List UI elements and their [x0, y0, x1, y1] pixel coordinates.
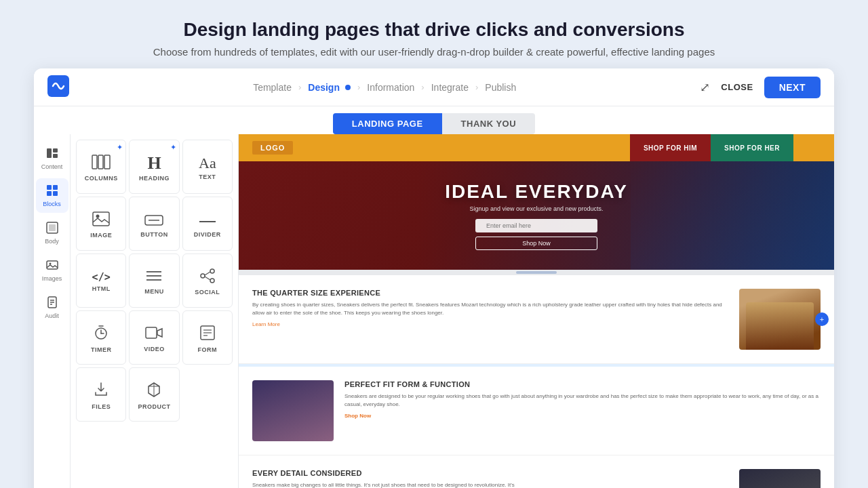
- block-timer[interactable]: TIMER: [76, 310, 126, 365]
- sidebar-body-label: Body: [45, 238, 59, 245]
- lp-hero-shop-btn[interactable]: Shop Now: [475, 237, 597, 250]
- block-social-label: SOCIAL: [195, 289, 220, 296]
- svg-rect-1: [47, 148, 52, 158]
- lp-section-1-title: THE QUARTER SIZE EXPERIENCE: [252, 289, 728, 297]
- builder-body: Content Blocks: [34, 134, 834, 488]
- svg-rect-5: [53, 185, 58, 190]
- block-image[interactable]: IMAGE: [76, 197, 126, 251]
- lp-section-1-text: THE QUARTER SIZE EXPERIENCE By creating …: [252, 289, 728, 327]
- lp-nav: LOGO SHOP FOR HIM SHOP FOR HER: [239, 134, 834, 161]
- next-button[interactable]: NEXT: [764, 77, 821, 98]
- svg-point-27: [210, 269, 214, 273]
- lp-section-1-body: By creating shoes in quarter sizes, Snea…: [252, 301, 728, 317]
- tab-thank-you[interactable]: THANK YOU: [442, 113, 536, 134]
- block-columns[interactable]: ✦ COLUMNS: [76, 140, 126, 194]
- sidebar: Content Blocks: [34, 134, 71, 488]
- image-icon: [92, 211, 110, 229]
- block-product-label: PRODUCT: [138, 403, 170, 410]
- block-heading-label: HEADING: [139, 175, 170, 182]
- lp-section-2-image: [252, 380, 334, 441]
- svg-rect-17: [98, 155, 103, 169]
- block-product[interactable]: PRODUCT: [129, 367, 179, 422]
- nav-step-template[interactable]: Template: [253, 82, 292, 93]
- page-title: Design landing pages that drive clicks a…: [14, 19, 854, 41]
- lp-section-2-link[interactable]: Shop Now: [344, 413, 821, 419]
- text-icon: Aa: [199, 156, 216, 171]
- heading-icon: H: [147, 155, 161, 172]
- brand-logo[interactable]: [47, 75, 85, 100]
- close-button[interactable]: CLOSE: [721, 82, 753, 92]
- nav-step-template-label: Template: [253, 82, 292, 93]
- content-icon: [45, 146, 59, 162]
- block-social[interactable]: SOCIAL: [182, 253, 233, 308]
- blocks-grid: ✦ COLUMNS ✦ H: [76, 140, 233, 422]
- lp-section-1: THE QUARTER SIZE EXPERIENCE By creating …: [239, 275, 834, 364]
- builder-nav: Template › Design › Information › Integr…: [34, 68, 834, 106]
- button-icon: [144, 212, 163, 228]
- block-video[interactable]: VIDEO: [129, 310, 179, 365]
- block-heading[interactable]: ✦ H HEADING: [129, 140, 179, 194]
- files-icon: [93, 382, 109, 401]
- block-button[interactable]: BUTTON: [129, 197, 179, 251]
- sidebar-item-blocks[interactable]: Blocks: [36, 178, 68, 213]
- block-text[interactable]: Aa TEXT: [182, 140, 233, 194]
- block-add-icon: ✦: [117, 143, 123, 152]
- nav-step-publish[interactable]: Publish: [485, 82, 516, 93]
- lp-section-3-body: Sneakers make big changes to all little …: [252, 481, 728, 488]
- expand-icon[interactable]: ⤢: [700, 80, 710, 95]
- lp-section-1-edit[interactable]: +: [815, 312, 829, 326]
- block-files[interactable]: FILES: [76, 367, 126, 422]
- html-icon: </>: [92, 272, 111, 283]
- social-icon: [199, 268, 216, 286]
- block-form[interactable]: FORM: [182, 310, 233, 365]
- lp-hero: IDEAL EVERYDAY Signup and view our exclu…: [239, 161, 834, 270]
- sidebar-audit-label: Audit: [45, 312, 59, 319]
- svg-line-31: [205, 277, 210, 280]
- body-icon: [45, 221, 59, 237]
- menu-icon: [145, 269, 163, 285]
- svg-point-28: [201, 274, 205, 278]
- block-video-label: VIDEO: [144, 346, 165, 352]
- svg-rect-19: [93, 212, 109, 226]
- sidebar-item-content[interactable]: Content: [36, 141, 68, 176]
- nav-step-information[interactable]: Information: [367, 82, 414, 93]
- svg-rect-36: [146, 327, 157, 338]
- block-menu[interactable]: MENU: [129, 253, 179, 308]
- nav-step-integrate[interactable]: Integrate: [431, 82, 469, 93]
- tab-row: LANDING PAGE THANK YOU: [34, 106, 834, 134]
- block-timer-label: TIMER: [91, 346, 112, 353]
- block-form-label: FORM: [198, 346, 218, 353]
- block-files-label: FILES: [92, 403, 111, 410]
- lp-hero-email-input[interactable]: [475, 219, 597, 232]
- nav-step-active-dot: [345, 85, 351, 90]
- svg-rect-3: [53, 154, 58, 158]
- nav-steps: Template › Design › Information › Integr…: [85, 82, 684, 93]
- lp-hero-title: IDEAL EVERYDAY: [445, 181, 628, 203]
- builder-card: Template › Design › Information › Integr…: [34, 68, 834, 488]
- sidebar-item-images[interactable]: Images: [36, 253, 68, 287]
- block-html[interactable]: </> HTML: [76, 253, 126, 308]
- nav-chevron-3: ›: [421, 82, 424, 92]
- form-icon: [199, 325, 216, 344]
- block-heading-add: ✦: [170, 143, 176, 152]
- lp-section-1-link[interactable]: Learn More: [252, 321, 728, 327]
- timer-icon: [93, 325, 109, 344]
- lp-logo: LOGO: [252, 141, 293, 155]
- lp-section-3: EVERY DETAIL CONSIDERED Sneakers make bi…: [239, 455, 834, 488]
- lp-nav-her[interactable]: SHOP FOR HER: [711, 134, 793, 161]
- svg-rect-2: [53, 148, 58, 152]
- product-icon: [146, 382, 162, 401]
- sidebar-item-audit[interactable]: Audit: [36, 290, 68, 325]
- tab-landing-page[interactable]: LANDING PAGE: [333, 113, 442, 134]
- svg-rect-6: [47, 191, 52, 196]
- images-icon: [45, 258, 59, 274]
- lp-nav-him[interactable]: SHOP FOR HIM: [630, 134, 711, 161]
- sidebar-item-body[interactable]: Body: [36, 216, 68, 250]
- sidebar-content-label: Content: [41, 163, 63, 170]
- block-divider[interactable]: DIVIDER: [182, 197, 233, 251]
- nav-step-design[interactable]: Design: [308, 82, 351, 93]
- svg-point-29: [210, 279, 214, 283]
- nav-step-publish-label: Publish: [485, 82, 516, 93]
- svg-rect-18: [104, 155, 110, 169]
- nav-step-information-label: Information: [367, 82, 414, 93]
